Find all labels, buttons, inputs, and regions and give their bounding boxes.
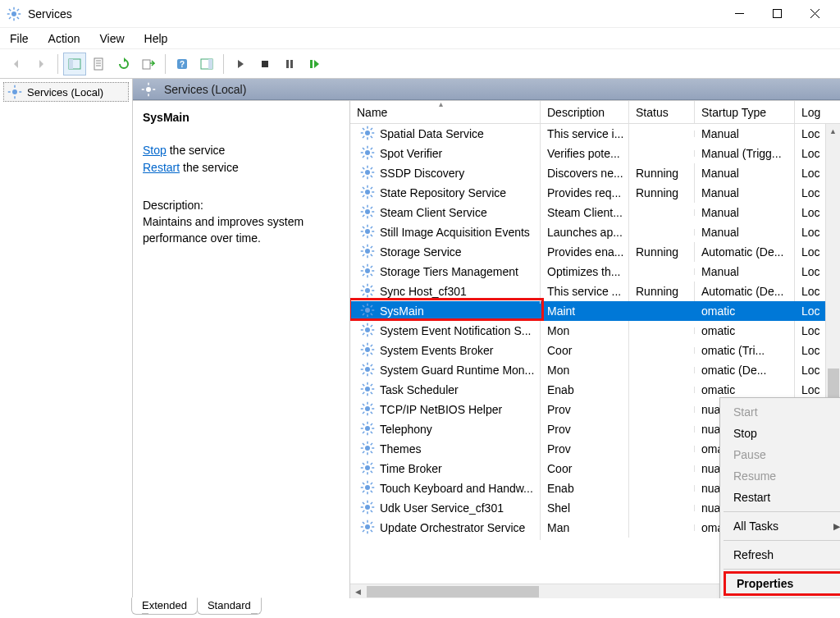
service-row[interactable]: Sync Host_cf301This service ...RunningAu… bbox=[350, 282, 840, 301]
restart-service-button[interactable] bbox=[303, 53, 326, 76]
tree-item-services-local[interactable]: Services (Local) bbox=[3, 82, 129, 102]
service-name: Spatial Data Service bbox=[380, 127, 484, 140]
stop-service-button[interactable] bbox=[253, 53, 276, 76]
svg-line-82 bbox=[371, 207, 372, 208]
forward-button[interactable] bbox=[30, 53, 52, 76]
service-log-on-as: Loc bbox=[795, 124, 828, 144]
cm-resume[interactable]: Resume bbox=[722, 465, 840, 487]
service-row[interactable]: System Event Notification S...MonomaticL… bbox=[350, 321, 840, 341]
refresh-button[interactable] bbox=[112, 53, 135, 76]
service-description: Steam Client... bbox=[541, 203, 629, 222]
menu-action[interactable]: Action bbox=[48, 32, 80, 45]
column-status[interactable]: Status bbox=[629, 101, 695, 123]
service-row[interactable]: System Guard Runtime Mon...Monomatic (De… bbox=[350, 360, 840, 380]
service-status bbox=[629, 209, 695, 216]
svg-line-72 bbox=[363, 195, 364, 196]
service-status bbox=[629, 387, 695, 393]
cm-all-tasks[interactable]: All Tasks▶ bbox=[722, 515, 840, 537]
stop-link[interactable]: Stop bbox=[143, 144, 167, 157]
service-description: Coor bbox=[541, 459, 629, 478]
service-log-on-as: Loc bbox=[795, 321, 828, 341]
tab-standard[interactable]: Standard bbox=[197, 597, 262, 615]
cm-properties[interactable]: Properties bbox=[725, 573, 840, 594]
pause-service-button[interactable] bbox=[278, 53, 301, 76]
svg-line-160 bbox=[363, 384, 364, 386]
service-description: Verifies pote... bbox=[541, 144, 629, 163]
cm-refresh[interactable]: Refresh bbox=[722, 544, 840, 565]
svg-point-155 bbox=[365, 387, 370, 391]
maximize-button[interactable] bbox=[758, 2, 796, 26]
column-log-on-as[interactable]: Log bbox=[795, 101, 828, 123]
service-row[interactable]: Storage ServiceProvides ena...RunningAut… bbox=[350, 242, 840, 262]
svg-line-125 bbox=[371, 313, 372, 314]
service-log-on-as: Loc bbox=[795, 183, 828, 203]
menu-help[interactable]: Help bbox=[144, 32, 168, 45]
column-name[interactable]: Name bbox=[350, 101, 541, 123]
gear-icon bbox=[360, 480, 375, 497]
minimize-button[interactable] bbox=[720, 2, 758, 26]
svg-point-146 bbox=[365, 367, 370, 372]
properties-button[interactable] bbox=[88, 53, 111, 76]
svg-line-133 bbox=[363, 325, 364, 327]
start-service-button[interactable] bbox=[229, 53, 252, 76]
svg-rect-25 bbox=[286, 60, 289, 68]
service-row[interactable]: Spot VerifierVerifies pote...Manual (Tri… bbox=[350, 144, 840, 163]
service-name: System Events Broker bbox=[380, 344, 494, 357]
svg-line-214 bbox=[363, 502, 364, 504]
gear-icon bbox=[360, 382, 375, 399]
svg-point-182 bbox=[365, 446, 370, 451]
restart-link[interactable]: Restart bbox=[143, 161, 180, 174]
gear-icon bbox=[360, 421, 375, 438]
svg-line-180 bbox=[363, 431, 364, 433]
svg-line-64 bbox=[371, 167, 372, 169]
service-description: Prov bbox=[541, 400, 629, 419]
service-row[interactable]: Still Image Acquisition EventsLaunches a… bbox=[350, 222, 840, 242]
service-description: Maint bbox=[541, 301, 629, 321]
service-name: Task Scheduler bbox=[380, 383, 459, 396]
service-row[interactable]: SysMainMaintomaticLoc bbox=[350, 301, 840, 321]
services-icon bbox=[141, 82, 156, 97]
service-description: Launches ap... bbox=[541, 222, 629, 242]
gear-icon bbox=[360, 500, 375, 517]
menu-view[interactable]: View bbox=[99, 32, 124, 45]
cm-pause[interactable]: Pause bbox=[722, 444, 840, 465]
service-row[interactable]: Spatial Data ServiceThis service i...Man… bbox=[350, 124, 840, 144]
menu-file[interactable]: File bbox=[10, 32, 29, 45]
service-row[interactable]: State Repository ServiceProvides req...R… bbox=[350, 183, 840, 203]
gear-icon bbox=[360, 520, 375, 537]
svg-line-216 bbox=[363, 510, 364, 511]
svg-line-80 bbox=[371, 214, 372, 216]
cm-restart[interactable]: Restart bbox=[722, 487, 840, 508]
service-description: Man bbox=[541, 518, 629, 538]
svg-line-124 bbox=[363, 305, 364, 307]
show-hide-tree-button[interactable] bbox=[63, 53, 86, 76]
svg-line-189 bbox=[363, 451, 364, 452]
show-hide-action-pane-button[interactable] bbox=[195, 53, 218, 76]
svg-rect-24 bbox=[262, 61, 268, 67]
help-button[interactable]: ? bbox=[171, 53, 194, 76]
close-button[interactable] bbox=[796, 2, 833, 26]
scroll-left-icon[interactable]: ◀ bbox=[350, 584, 365, 598]
service-row[interactable]: Steam Client ServiceSteam Client...Manua… bbox=[350, 203, 840, 222]
back-button[interactable] bbox=[5, 53, 28, 76]
sort-indicator-icon: ▴ bbox=[439, 101, 443, 108]
cm-stop[interactable]: Stop bbox=[722, 423, 840, 444]
export-button[interactable] bbox=[137, 53, 160, 76]
column-description[interactable]: Description bbox=[541, 101, 629, 123]
svg-point-209 bbox=[365, 505, 370, 510]
gear-icon bbox=[360, 145, 375, 163]
column-startup-type[interactable]: Startup Type bbox=[695, 101, 795, 123]
toolbar: ? bbox=[0, 49, 840, 79]
service-name: Time Broker bbox=[380, 462, 442, 475]
tab-extended[interactable]: Extended bbox=[131, 597, 198, 615]
service-row[interactable]: System Events BrokerCooromatic (Tri...Lo… bbox=[350, 341, 840, 360]
svg-line-217 bbox=[371, 502, 372, 504]
service-row[interactable]: Storage Tiers ManagementOptimizes th...M… bbox=[350, 262, 840, 282]
scroll-thumb[interactable] bbox=[367, 586, 539, 597]
service-row[interactable]: SSDP DiscoveryDiscovers ne...RunningManu… bbox=[350, 163, 840, 183]
svg-line-109 bbox=[371, 266, 372, 268]
service-log-on-as: Loc bbox=[795, 301, 828, 321]
svg-line-52 bbox=[363, 148, 364, 149]
cm-start[interactable]: Start bbox=[722, 401, 840, 423]
scroll-up-icon[interactable]: ▲ bbox=[826, 124, 840, 139]
